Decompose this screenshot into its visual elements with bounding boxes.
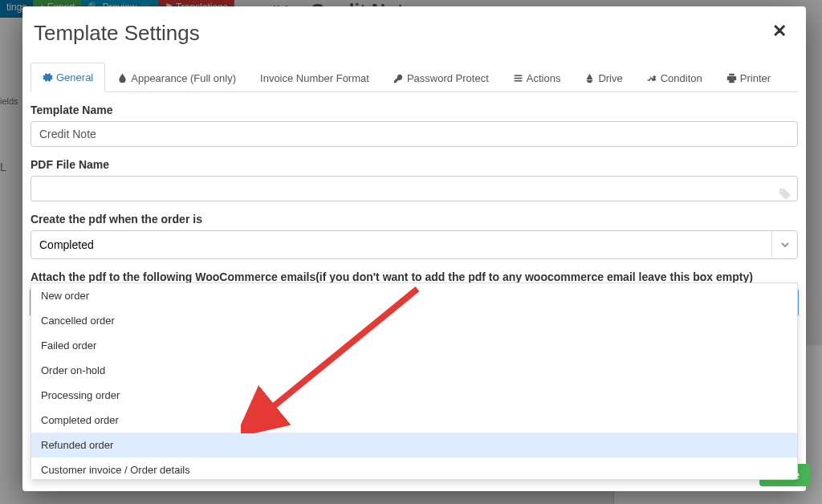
- option-new-order[interactable]: New order: [31, 283, 797, 308]
- tab-printer-label: Printer: [740, 72, 771, 84]
- print-icon: [726, 73, 737, 83]
- tab-invoice-number[interactable]: Invoice Number Format: [248, 63, 381, 92]
- tab-condition-label: Conditon: [661, 72, 702, 84]
- svg-rect-2: [514, 79, 522, 81]
- form-body: Template Name PDF File Name Create the p…: [22, 92, 806, 317]
- close-icon[interactable]: ✕: [769, 21, 790, 42]
- tab-appearance[interactable]: Appearance (Full only): [105, 63, 248, 92]
- tab-general-label: General: [56, 71, 93, 83]
- svg-rect-1: [514, 77, 522, 79]
- attach-emails-label: Attach the pdf to the following WooComme…: [31, 270, 798, 283]
- tab-general[interactable]: General: [31, 63, 105, 92]
- cloud-icon: [584, 73, 595, 83]
- pdf-filename-input[interactable]: [31, 176, 798, 201]
- option-cancelled-order[interactable]: Cancelled order: [31, 308, 797, 317]
- tab-actions-label: Actions: [527, 72, 561, 84]
- tab-drive[interactable]: Drive: [572, 63, 634, 92]
- pdf-filename-label: PDF File Name: [31, 158, 798, 171]
- tab-condition[interactable]: Conditon: [635, 63, 714, 92]
- tab-password-label: Password Protect: [407, 72, 489, 84]
- modal-title: Template Settings: [34, 21, 200, 46]
- tab-actions[interactable]: Actions: [501, 63, 573, 92]
- modal-template-settings: Template Settings ✕ General Appearance (…: [22, 6, 806, 491]
- tab-appearance-label: Appearance (Full only): [131, 72, 236, 84]
- svg-rect-0: [514, 75, 522, 76]
- create-when-select[interactable]: Completed: [31, 230, 798, 259]
- tags-icon[interactable]: [779, 188, 791, 201]
- attach-emails-dropdown: New order Cancelled order Failed order O…: [31, 282, 798, 317]
- tab-printer[interactable]: Printer: [714, 63, 783, 92]
- tab-drive-label: Drive: [598, 72, 622, 84]
- create-when-value: Completed: [31, 233, 771, 257]
- tab-password[interactable]: Password Protect: [381, 63, 501, 92]
- template-name-input[interactable]: [31, 121, 798, 147]
- random-icon: [647, 73, 657, 83]
- modal-header: Template Settings ✕: [22, 6, 806, 54]
- chevron-down-icon: [771, 231, 797, 258]
- key-icon: [393, 73, 404, 83]
- tint-icon: [117, 73, 128, 83]
- template-name-label: Template Name: [31, 104, 798, 116]
- cog-icon: [43, 72, 53, 83]
- create-when-label: Create the pdf when the order is: [31, 213, 798, 226]
- lines-icon: [513, 73, 523, 83]
- tabs: General Appearance (Full only) Invoice N…: [31, 62, 798, 92]
- tab-invoice-number-label: Invoice Number Format: [260, 72, 369, 84]
